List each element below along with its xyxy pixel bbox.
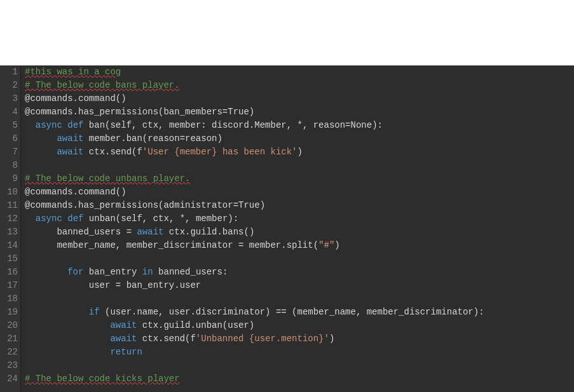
code-line[interactable] bbox=[25, 159, 574, 172]
code-token: # The below code unbans player. bbox=[25, 173, 190, 184]
code-token bbox=[25, 347, 110, 357]
line-number: 13 bbox=[0, 226, 18, 239]
code-token: ctx.guild.unban(user) bbox=[137, 320, 254, 330]
code-token: ctx.send(f bbox=[137, 334, 195, 344]
code-line[interactable]: # The below code unbans player. bbox=[25, 172, 574, 186]
line-number: 17 bbox=[0, 279, 18, 292]
code-line[interactable]: await ctx.send(f'User {member} has been … bbox=[25, 145, 574, 159]
code-token: @commands.has_permissions(administrator=… bbox=[25, 200, 265, 210]
code-token: in bbox=[142, 267, 153, 277]
code-token: return bbox=[110, 347, 142, 357]
code-token bbox=[25, 120, 36, 130]
line-number: 16 bbox=[0, 266, 18, 279]
code-token: @commands.command() bbox=[25, 93, 126, 104]
line-number: 24 bbox=[0, 372, 18, 386]
code-token bbox=[25, 133, 57, 144]
code-line[interactable] bbox=[25, 359, 574, 372]
code-token: (user.name, user.discriminator) == (memb… bbox=[100, 307, 484, 317]
code-token: async bbox=[36, 213, 62, 224]
code-line[interactable]: @commands.has_permissions(ban_members=Tr… bbox=[25, 105, 574, 119]
code-token bbox=[25, 213, 36, 224]
code-line[interactable]: # The below code kicks player bbox=[25, 372, 574, 386]
code-line[interactable] bbox=[25, 292, 574, 306]
code-token: member.ban(reason=reason) bbox=[83, 133, 222, 144]
line-number: 6 bbox=[0, 132, 18, 145]
code-token: ctx.guild.bans() bbox=[163, 227, 254, 237]
code-token: 'User {member} has been kick' bbox=[142, 147, 297, 157]
line-number: 12 bbox=[0, 212, 18, 226]
code-token: ) bbox=[334, 240, 339, 250]
code-token: "#" bbox=[318, 240, 334, 250]
blank-area bbox=[0, 0, 574, 65]
code-token: 'Unbanned {user.mention}' bbox=[196, 334, 329, 344]
code-token bbox=[25, 267, 67, 277]
line-number: 18 bbox=[0, 292, 18, 306]
code-token: ctx.send(f bbox=[83, 147, 142, 157]
code-line[interactable]: await member.ban(reason=reason) bbox=[25, 132, 574, 145]
code-token: ) bbox=[329, 334, 334, 344]
code-token: @commands.command() bbox=[25, 187, 126, 197]
line-number: 1 bbox=[0, 65, 18, 79]
code-line[interactable]: for ban_entry in banned_users: bbox=[25, 266, 574, 279]
code-token: ban_entry bbox=[83, 267, 142, 277]
code-area[interactable]: #this was in a cog# The below code bans … bbox=[21, 65, 574, 392]
code-token: def bbox=[67, 213, 83, 224]
code-token bbox=[25, 147, 57, 157]
code-line[interactable]: user = ban_entry.user bbox=[25, 279, 574, 292]
code-token bbox=[62, 213, 67, 224]
code-token: member_name, member_discriminator = memb… bbox=[25, 240, 318, 250]
code-token: ) bbox=[297, 147, 303, 157]
code-line[interactable]: if (user.name, user.discriminator) == (m… bbox=[25, 306, 574, 319]
line-number: 15 bbox=[0, 252, 18, 266]
line-number: 14 bbox=[0, 239, 18, 252]
code-line[interactable]: banned_users = await ctx.guild.bans() bbox=[25, 226, 574, 239]
code-token: unban(self, ctx, *, member): bbox=[83, 213, 238, 224]
code-token: await bbox=[137, 227, 163, 237]
code-line[interactable]: await ctx.send(f'Unbanned {user.mention}… bbox=[25, 332, 574, 346]
line-number: 3 bbox=[0, 92, 18, 105]
code-line[interactable]: @commands.has_permissions(administrator=… bbox=[25, 199, 574, 212]
line-number-gutter: 123456789101112131415161718192021222324 bbox=[0, 65, 21, 392]
line-number: 8 bbox=[0, 159, 18, 172]
code-token: # The below code kicks player bbox=[25, 374, 180, 384]
code-line[interactable]: @commands.command() bbox=[25, 92, 574, 105]
code-token: for bbox=[67, 267, 83, 277]
code-line[interactable]: # The below code bans player. bbox=[25, 79, 574, 92]
code-line[interactable]: await ctx.guild.unban(user) bbox=[25, 319, 574, 332]
code-line[interactable]: member_name, member_discriminator = memb… bbox=[25, 239, 574, 252]
code-token bbox=[25, 307, 89, 317]
code-token: await bbox=[57, 133, 83, 144]
line-number: 9 bbox=[0, 172, 18, 186]
code-line[interactable]: #this was in a cog bbox=[25, 65, 574, 79]
code-token: await bbox=[110, 334, 137, 344]
code-line[interactable]: async def unban(self, ctx, *, member): bbox=[25, 212, 574, 226]
code-line[interactable]: async def ban(self, ctx, member: discord… bbox=[25, 119, 574, 132]
code-token: await bbox=[110, 320, 137, 330]
line-number: 20 bbox=[0, 319, 18, 332]
code-token: banned_users: bbox=[153, 267, 228, 277]
code-line[interactable] bbox=[25, 252, 574, 266]
code-token: #this was in a cog bbox=[25, 67, 121, 77]
line-number: 22 bbox=[0, 346, 18, 359]
code-token: banned_users = bbox=[25, 227, 137, 237]
code-editor[interactable]: 123456789101112131415161718192021222324 … bbox=[0, 65, 574, 392]
code-token: user = ban_entry.user bbox=[25, 280, 201, 290]
code-line[interactable]: @commands.command() bbox=[25, 186, 574, 199]
line-number: 19 bbox=[0, 306, 18, 319]
line-number: 10 bbox=[0, 186, 18, 199]
line-number: 21 bbox=[0, 332, 18, 346]
code-token: if bbox=[89, 307, 100, 317]
code-line[interactable]: return bbox=[25, 346, 574, 359]
code-token bbox=[62, 120, 67, 130]
code-token: def bbox=[67, 120, 83, 130]
line-number: 23 bbox=[0, 359, 18, 372]
line-number: 5 bbox=[0, 119, 18, 132]
code-token bbox=[25, 320, 110, 330]
line-number: 2 bbox=[0, 79, 18, 92]
code-token: ban(self, ctx, member: discord.Member, *… bbox=[83, 120, 382, 130]
line-number: 11 bbox=[0, 199, 18, 212]
code-token: async bbox=[36, 120, 62, 130]
code-token: @commands.has_permissions(ban_members=Tr… bbox=[25, 107, 254, 117]
line-number: 7 bbox=[0, 145, 18, 159]
code-token: await bbox=[57, 147, 83, 157]
